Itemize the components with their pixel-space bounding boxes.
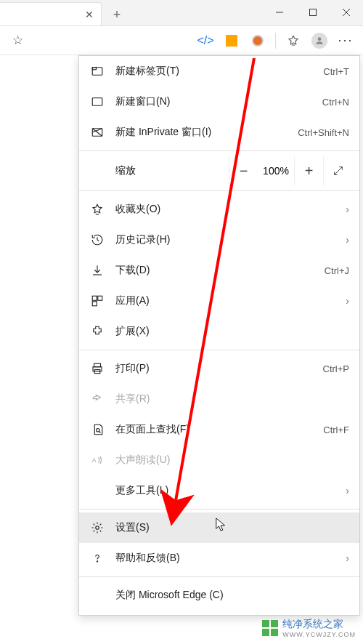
menu-read-aloud: A 大声朗读(U) [79, 445, 359, 475]
menu-label: 更多工具(L) [115, 484, 340, 497]
chevron-right-icon: › [346, 485, 349, 496]
menu-new-inprivate[interactable]: 新建 InPrivate 窗口(I) Ctrl+Shift+N [79, 117, 359, 148]
browser-tab[interactable]: ✕ [0, 2, 102, 25]
svg-line-10 [92, 129, 102, 137]
new-tab-button[interactable]: + [106, 4, 128, 25]
menu-label: 应用(A) [115, 294, 340, 307]
menu-shortcut: Ctrl+N [322, 97, 349, 108]
menu-new-window[interactable]: 新建窗口(N) Ctrl+N [79, 86, 359, 117]
share-icon [89, 393, 105, 406]
read-aloud-icon: A [89, 454, 105, 467]
menu-share: 共享(R) [79, 384, 359, 414]
svg-rect-7 [92, 68, 96, 70]
menu-shortcut: Ctrl+P [323, 363, 349, 374]
fullscreen-button[interactable] [323, 156, 352, 185]
menu-separator [79, 350, 359, 350]
svg-rect-6 [92, 68, 102, 76]
menu-label: 关闭 Microsoft Edge (C) [115, 589, 349, 602]
menu-history[interactable]: 历史记录(H) › [79, 225, 359, 255]
menu-print[interactable]: 打印(P) Ctrl+P [79, 353, 359, 384]
menu-separator [79, 190, 359, 191]
favorites-icon [89, 203, 105, 216]
menu-shortcut: Ctrl+F [323, 424, 349, 435]
menu-label: 设置(S) [115, 521, 349, 534]
close-window-button[interactable] [330, 0, 363, 25]
devtools-icon[interactable]: </> [194, 29, 217, 52]
apps-icon [89, 294, 105, 307]
watermark-logo-icon [262, 620, 278, 636]
menu-shortcut: Ctrl+Shift+N [298, 127, 349, 138]
chevron-right-icon: › [346, 552, 349, 564]
menu-downloads[interactable]: 下载(D) Ctrl+J [79, 255, 359, 286]
maximize-button[interactable] [296, 0, 330, 25]
svg-rect-1 [310, 9, 317, 16]
extension-1-icon[interactable] [220, 29, 243, 52]
downloads-icon [89, 264, 105, 277]
minimize-button[interactable] [263, 0, 296, 25]
menu-help[interactable]: 帮助和反馈(B) › [79, 543, 359, 573]
menu-label: 大声朗读(U) [115, 454, 349, 467]
menu-find[interactable]: 在页面上查找(F) Ctrl+F [79, 414, 359, 445]
zoom-label: 缩放 [115, 164, 229, 177]
menu-label: 下载(D) [115, 264, 325, 277]
history-icon [89, 233, 105, 246]
menu-settings[interactable]: 设置(S) [79, 512, 359, 543]
favorites-menu-icon[interactable] [282, 29, 305, 52]
toolbar: ☆ </> ··· [0, 26, 363, 55]
menu-label: 扩展(X) [115, 325, 349, 338]
more-menu-button[interactable]: ··· [334, 29, 357, 52]
menu-separator [79, 576, 359, 577]
profile-icon[interactable] [308, 29, 331, 52]
toolbar-separator [275, 33, 276, 49]
menu-apps[interactable]: 应用(A) › [79, 286, 359, 316]
menu-favorites[interactable]: 收藏夹(O) › [79, 194, 359, 225]
svg-rect-14 [92, 296, 97, 300]
menu-close-edge[interactable]: 关闭 Microsoft Edge (C) [79, 580, 359, 611]
menu-shortcut: Ctrl+J [325, 265, 349, 276]
settings-menu: 新建标签页(T) Ctrl+T 新建窗口(N) Ctrl+N 新建 InPriv… [78, 55, 360, 616]
help-icon [89, 552, 105, 565]
svg-rect-17 [94, 363, 101, 367]
zoom-value: 100% [258, 165, 294, 177]
svg-rect-8 [92, 98, 102, 106]
menu-zoom-row: 缩放 − 100% + [79, 154, 359, 188]
close-tab-icon[interactable]: ✕ [85, 9, 94, 20]
tab-strip: ✕ + [0, 0, 363, 26]
zoom-in-button[interactable]: + [294, 156, 323, 185]
svg-line-11 [92, 129, 102, 132]
window-controls [263, 0, 363, 25]
svg-point-24 [97, 561, 97, 562]
menu-label: 新建 InPrivate 窗口(I) [115, 126, 298, 139]
zoom-out-button[interactable]: − [229, 156, 258, 185]
menu-extensions[interactable]: 扩展(X) [79, 316, 359, 347]
svg-text:A: A [92, 456, 97, 464]
menu-label: 帮助和反馈(B) [115, 552, 340, 565]
extension-2-icon[interactable] [246, 29, 269, 52]
menu-label: 共享(R) [115, 393, 349, 406]
svg-point-5 [318, 37, 322, 41]
favorite-star-icon[interactable]: ☆ [6, 29, 29, 52]
svg-rect-15 [98, 296, 102, 300]
chevron-right-icon: › [346, 234, 349, 246]
print-icon [89, 362, 105, 375]
menu-new-tab[interactable]: 新建标签页(T) Ctrl+T [79, 56, 359, 86]
menu-label: 打印(P) [115, 362, 323, 375]
menu-label: 历史记录(H) [115, 233, 340, 246]
menu-separator [79, 150, 359, 151]
svg-rect-16 [92, 302, 97, 306]
watermark-url: WWW.YCWJZY.COM [282, 631, 356, 638]
menu-separator [79, 509, 359, 510]
menu-label: 收藏夹(O) [115, 203, 340, 216]
watermark-brand: 纯净系统之家 [282, 618, 356, 631]
menu-label: 新建标签页(T) [115, 65, 323, 78]
menu-label: 在页面上查找(F) [115, 423, 323, 436]
new-tab-icon [89, 65, 105, 78]
menu-shortcut: Ctrl+T [323, 66, 349, 77]
svg-line-21 [99, 431, 100, 432]
new-window-icon [89, 95, 105, 108]
svg-point-23 [96, 526, 99, 530]
find-icon [89, 423, 105, 436]
menu-more-tools[interactable]: 更多工具(L) › [79, 475, 359, 506]
watermark: 纯净系统之家 WWW.YCWJZY.COM [262, 618, 356, 638]
menu-label: 新建窗口(N) [115, 95, 322, 108]
